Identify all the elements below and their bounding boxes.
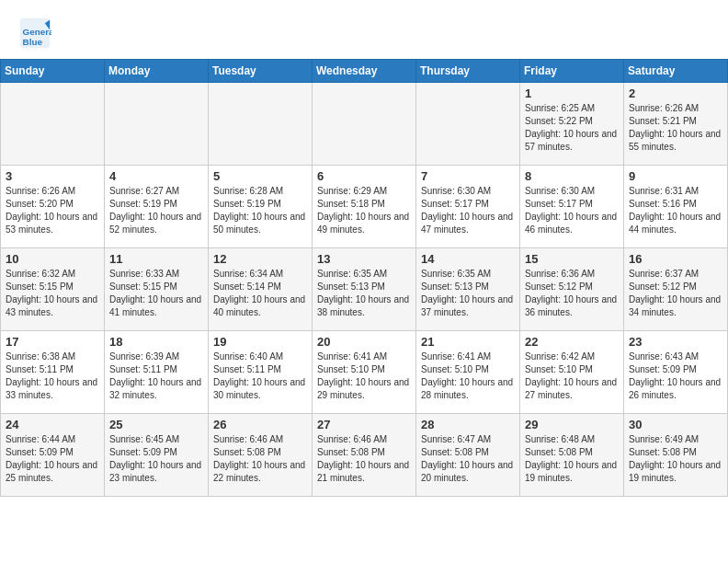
weekday-header: Thursday <box>416 60 520 83</box>
day-info: Sunrise: 6:27 AM Sunset: 5:19 PM Dayligh… <box>109 185 203 236</box>
day-info: Sunrise: 6:47 AM Sunset: 5:08 PM Dayligh… <box>421 433 515 485</box>
calendar-cell: 6Sunrise: 6:29 AM Sunset: 5:18 PM Daylig… <box>313 166 416 248</box>
weekday-header: Wednesday <box>313 60 416 83</box>
calendar-table: SundayMondayTuesdayWednesdayThursdayFrid… <box>0 59 728 497</box>
day-number: 2 <box>629 86 722 100</box>
day-number: 5 <box>213 169 307 183</box>
day-number: 22 <box>525 335 619 349</box>
day-info: Sunrise: 6:40 AM Sunset: 5:11 PM Dayligh… <box>213 350 307 402</box>
day-info: Sunrise: 6:46 AM Sunset: 5:08 PM Dayligh… <box>317 433 411 485</box>
page-header: General Blue <box>0 0 728 59</box>
day-number: 14 <box>421 252 515 266</box>
day-number: 1 <box>525 86 619 100</box>
day-number: 28 <box>421 418 515 431</box>
day-number: 27 <box>317 418 411 431</box>
calendar-header: SundayMondayTuesdayWednesdayThursdayFrid… <box>1 60 728 83</box>
calendar-cell: 15Sunrise: 6:36 AM Sunset: 5:12 PM Dayli… <box>520 248 624 331</box>
day-number: 8 <box>525 169 619 183</box>
day-info: Sunrise: 6:37 AM Sunset: 5:12 PM Dayligh… <box>629 268 722 319</box>
day-number: 11 <box>109 252 203 266</box>
day-number: 26 <box>213 418 307 431</box>
day-number: 15 <box>525 252 619 266</box>
day-info: Sunrise: 6:38 AM Sunset: 5:11 PM Dayligh… <box>6 350 99 402</box>
logo: General Blue <box>18 17 55 50</box>
day-info: Sunrise: 6:28 AM Sunset: 5:19 PM Dayligh… <box>213 185 307 236</box>
day-number: 29 <box>525 418 619 431</box>
day-info: Sunrise: 6:39 AM Sunset: 5:11 PM Dayligh… <box>109 350 203 402</box>
weekday-header: Saturday <box>624 60 728 83</box>
day-number: 23 <box>629 335 722 349</box>
day-info: Sunrise: 6:35 AM Sunset: 5:13 PM Dayligh… <box>421 268 515 319</box>
day-info: Sunrise: 6:36 AM Sunset: 5:12 PM Dayligh… <box>525 268 619 319</box>
calendar-cell: 7Sunrise: 6:30 AM Sunset: 5:17 PM Daylig… <box>416 166 520 248</box>
day-number: 20 <box>317 335 411 349</box>
day-number: 19 <box>213 335 307 349</box>
day-number: 7 <box>421 169 515 183</box>
calendar-cell: 19Sunrise: 6:40 AM Sunset: 5:11 PM Dayli… <box>209 331 313 414</box>
day-number: 21 <box>421 335 515 349</box>
day-info: Sunrise: 6:43 AM Sunset: 5:09 PM Dayligh… <box>629 350 722 402</box>
day-number: 6 <box>317 169 411 183</box>
day-info: Sunrise: 6:42 AM Sunset: 5:10 PM Dayligh… <box>525 350 619 402</box>
calendar-cell: 25Sunrise: 6:45 AM Sunset: 5:09 PM Dayli… <box>105 414 209 497</box>
day-number: 30 <box>629 418 722 431</box>
weekday-header: Friday <box>520 60 624 83</box>
calendar-cell: 17Sunrise: 6:38 AM Sunset: 5:11 PM Dayli… <box>1 331 105 414</box>
day-number: 16 <box>629 252 722 266</box>
day-number: 24 <box>6 418 99 431</box>
calendar-cell <box>313 83 416 166</box>
calendar-cell: 23Sunrise: 6:43 AM Sunset: 5:09 PM Dayli… <box>624 331 728 414</box>
calendar-cell: 11Sunrise: 6:33 AM Sunset: 5:15 PM Dayli… <box>105 248 209 331</box>
calendar-cell <box>416 83 520 166</box>
weekday-header: Sunday <box>1 60 105 83</box>
calendar-cell: 22Sunrise: 6:42 AM Sunset: 5:10 PM Dayli… <box>520 331 624 414</box>
day-info: Sunrise: 6:30 AM Sunset: 5:17 PM Dayligh… <box>421 185 515 236</box>
calendar-cell: 9Sunrise: 6:31 AM Sunset: 5:16 PM Daylig… <box>624 166 728 248</box>
day-info: Sunrise: 6:34 AM Sunset: 5:14 PM Dayligh… <box>213 268 307 319</box>
calendar-cell <box>209 83 313 166</box>
day-number: 12 <box>213 252 307 266</box>
day-number: 3 <box>6 169 99 183</box>
day-number: 10 <box>6 252 99 266</box>
day-info: Sunrise: 6:30 AM Sunset: 5:17 PM Dayligh… <box>525 185 619 236</box>
day-number: 13 <box>317 252 411 266</box>
calendar-cell: 3Sunrise: 6:26 AM Sunset: 5:20 PM Daylig… <box>1 166 105 248</box>
calendar-cell: 24Sunrise: 6:44 AM Sunset: 5:09 PM Dayli… <box>1 414 105 497</box>
logo-icon: General Blue <box>18 17 51 50</box>
calendar-cell: 13Sunrise: 6:35 AM Sunset: 5:13 PM Dayli… <box>313 248 416 331</box>
calendar-cell: 16Sunrise: 6:37 AM Sunset: 5:12 PM Dayli… <box>624 248 728 331</box>
calendar-cell: 8Sunrise: 6:30 AM Sunset: 5:17 PM Daylig… <box>520 166 624 248</box>
day-info: Sunrise: 6:46 AM Sunset: 5:08 PM Dayligh… <box>213 433 307 485</box>
calendar-cell: 21Sunrise: 6:41 AM Sunset: 5:10 PM Dayli… <box>416 331 520 414</box>
calendar-cell <box>105 83 209 166</box>
day-info: Sunrise: 6:44 AM Sunset: 5:09 PM Dayligh… <box>6 433 99 485</box>
calendar-cell: 4Sunrise: 6:27 AM Sunset: 5:19 PM Daylig… <box>105 166 209 248</box>
day-number: 25 <box>109 418 203 431</box>
calendar-cell: 18Sunrise: 6:39 AM Sunset: 5:11 PM Dayli… <box>105 331 209 414</box>
day-number: 9 <box>629 169 722 183</box>
day-info: Sunrise: 6:32 AM Sunset: 5:15 PM Dayligh… <box>6 268 99 319</box>
day-info: Sunrise: 6:45 AM Sunset: 5:09 PM Dayligh… <box>109 433 203 485</box>
day-info: Sunrise: 6:26 AM Sunset: 5:20 PM Dayligh… <box>6 185 99 236</box>
day-info: Sunrise: 6:29 AM Sunset: 5:18 PM Dayligh… <box>317 185 411 236</box>
day-number: 4 <box>109 169 203 183</box>
svg-text:General: General <box>23 27 52 37</box>
calendar-cell: 20Sunrise: 6:41 AM Sunset: 5:10 PM Dayli… <box>313 331 416 414</box>
calendar-cell: 5Sunrise: 6:28 AM Sunset: 5:19 PM Daylig… <box>209 166 313 248</box>
calendar-cell: 26Sunrise: 6:46 AM Sunset: 5:08 PM Dayli… <box>209 414 313 497</box>
calendar-cell: 30Sunrise: 6:49 AM Sunset: 5:08 PM Dayli… <box>624 414 728 497</box>
day-info: Sunrise: 6:49 AM Sunset: 5:08 PM Dayligh… <box>629 433 722 485</box>
day-info: Sunrise: 6:41 AM Sunset: 5:10 PM Dayligh… <box>421 350 515 402</box>
day-info: Sunrise: 6:26 AM Sunset: 5:21 PM Dayligh… <box>629 102 722 154</box>
day-info: Sunrise: 6:35 AM Sunset: 5:13 PM Dayligh… <box>317 268 411 319</box>
weekday-header: Monday <box>105 60 209 83</box>
calendar-cell: 28Sunrise: 6:47 AM Sunset: 5:08 PM Dayli… <box>416 414 520 497</box>
day-info: Sunrise: 6:31 AM Sunset: 5:16 PM Dayligh… <box>629 185 722 236</box>
day-number: 17 <box>6 335 99 349</box>
calendar-cell: 29Sunrise: 6:48 AM Sunset: 5:08 PM Dayli… <box>520 414 624 497</box>
weekday-header: Tuesday <box>209 60 313 83</box>
day-info: Sunrise: 6:25 AM Sunset: 5:22 PM Dayligh… <box>525 102 619 154</box>
calendar-cell: 12Sunrise: 6:34 AM Sunset: 5:14 PM Dayli… <box>209 248 313 331</box>
calendar-cell: 14Sunrise: 6:35 AM Sunset: 5:13 PM Dayli… <box>416 248 520 331</box>
day-info: Sunrise: 6:33 AM Sunset: 5:15 PM Dayligh… <box>109 268 203 319</box>
